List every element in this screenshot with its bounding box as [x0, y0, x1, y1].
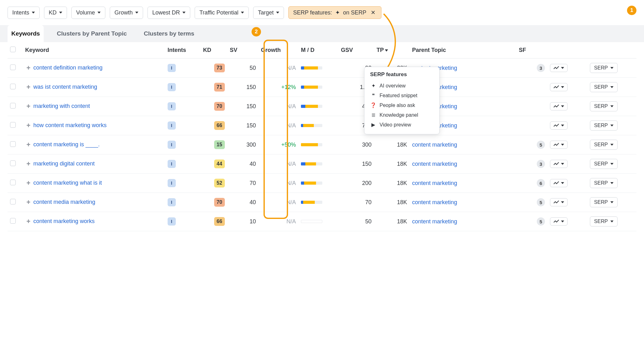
annotation-badge-1: 1 — [627, 6, 636, 15]
popover-item: ❓People also ask — [370, 100, 434, 110]
caret-down-icon — [561, 221, 564, 222]
tab-clusters-parent[interactable]: Clusters by Parent Topic — [53, 25, 130, 42]
sf-count[interactable]: 3 — [537, 160, 545, 168]
serp-button[interactable]: SERP — [590, 197, 618, 207]
expand-icon[interactable]: + — [25, 179, 32, 187]
intent-badge: I — [168, 217, 176, 226]
caret-down-icon — [276, 12, 279, 14]
caret-down-icon — [182, 12, 186, 14]
keyword-link[interactable]: how content marketing works — [33, 122, 107, 128]
row-checkbox[interactable] — [10, 180, 16, 185]
expand-icon[interactable]: + — [25, 102, 32, 110]
expand-icon[interactable]: + — [25, 141, 32, 149]
sf-count[interactable]: 5 — [537, 141, 545, 149]
trend-button[interactable] — [550, 102, 568, 110]
keyword-link[interactable]: content definition marketing — [33, 64, 103, 71]
trend-button[interactable] — [550, 198, 568, 206]
select-all-checkbox[interactable] — [10, 47, 16, 52]
expand-icon[interactable]: + — [25, 217, 32, 226]
caret-down-icon — [241, 12, 244, 14]
filter-volume[interactable]: Volume — [71, 7, 105, 19]
caret-down-icon — [561, 144, 564, 146]
row-checkbox[interactable] — [10, 160, 16, 166]
caret-down-icon — [610, 163, 613, 165]
trend-button[interactable] — [550, 83, 568, 91]
col-gsv[interactable]: GSV — [338, 42, 374, 59]
row-checkbox[interactable] — [10, 84, 16, 89]
keyword-link[interactable]: content marketing is ____. — [33, 141, 100, 148]
sv-value: 10 — [227, 212, 258, 231]
chip-close-icon[interactable]: ✕ — [369, 9, 377, 16]
filter-growth[interactable]: Growth — [110, 7, 143, 19]
tab-keywords[interactable]: Keywords — [8, 25, 44, 42]
sf-count[interactable]: 5 — [537, 198, 545, 206]
expand-icon[interactable]: + — [25, 198, 32, 206]
row-checkbox[interactable] — [10, 103, 16, 109]
parent-topic-link[interactable]: content marketing — [412, 218, 457, 225]
col-parent[interactable]: Parent Topic — [410, 42, 516, 59]
row-checkbox[interactable] — [10, 218, 16, 224]
sv-value: 70 — [227, 174, 258, 193]
filter-chip-serp-features[interactable]: SERP features: ✦ on SERP ✕ — [288, 6, 381, 19]
kd-badge: 66 — [214, 121, 225, 130]
keyword-link[interactable]: marketing with content — [33, 103, 90, 109]
table-row: + was ist content marketing I 71 150 +12… — [8, 78, 636, 97]
col-tp[interactable]: TP — [374, 42, 409, 59]
sf-count[interactable]: 3 — [537, 64, 545, 72]
col-intents[interactable]: Intents — [165, 42, 201, 59]
tab-clusters-terms[interactable]: Clusters by terms — [140, 25, 198, 42]
serp-button[interactable]: SERP — [590, 140, 618, 150]
trend-button[interactable] — [550, 121, 568, 130]
parent-topic-link[interactable]: content marketing — [412, 199, 457, 205]
serp-button[interactable]: SERP — [590, 159, 618, 169]
serp-button[interactable]: SERP — [590, 63, 618, 73]
serp-button[interactable]: SERP — [590, 178, 618, 188]
col-md[interactable]: M / D — [298, 42, 338, 59]
trend-icon — [553, 124, 559, 127]
row-checkbox[interactable] — [10, 141, 16, 147]
md-bar — [301, 105, 322, 108]
col-sv[interactable]: SV — [227, 42, 258, 59]
col-keyword[interactable]: Keyword — [23, 42, 165, 59]
keyword-link[interactable]: was ist content marketing — [33, 84, 97, 90]
col-growth[interactable]: Growth — [258, 42, 298, 59]
col-sf[interactable]: SF — [516, 42, 547, 59]
expand-icon[interactable]: + — [25, 121, 32, 130]
serp-button[interactable]: SERP — [590, 101, 618, 111]
col-kd[interactable]: KD — [201, 42, 227, 59]
keyword-link[interactable]: content marketing what is it — [33, 180, 102, 186]
expand-icon[interactable]: + — [25, 83, 32, 91]
sf-count[interactable]: 6 — [537, 179, 545, 187]
filter-lowest-dr[interactable]: Lowest DR — [147, 7, 190, 19]
annotation-badge-2: 2 — [252, 27, 261, 36]
filter-traffic-potential[interactable]: Traffic Potential — [195, 7, 249, 19]
expand-icon[interactable]: + — [25, 160, 32, 168]
caret-down-icon — [610, 125, 613, 126]
trend-button[interactable] — [550, 217, 568, 226]
filter-target[interactable]: Target — [253, 7, 284, 19]
filter-intents[interactable]: Intents — [8, 7, 40, 19]
expand-icon[interactable]: + — [25, 64, 32, 72]
serp-button[interactable]: SERP — [590, 120, 618, 131]
parent-topic-link[interactable]: content marketing — [412, 180, 457, 186]
intent-badge: I — [168, 83, 176, 91]
parent-topic-link[interactable]: content marketing — [412, 142, 457, 148]
keyword-link[interactable]: marketing digital content — [33, 160, 95, 167]
row-checkbox[interactable] — [10, 199, 16, 204]
row-checkbox[interactable] — [10, 122, 16, 128]
trend-icon — [553, 220, 559, 223]
trend-button[interactable] — [550, 141, 568, 149]
table-row: + content definition marketing I 73 50 N… — [8, 59, 636, 78]
parent-topic-link[interactable]: content marketing — [412, 161, 457, 167]
row-checkbox[interactable] — [10, 64, 16, 70]
serp-feature-label: People also ask — [380, 103, 415, 108]
serp-button[interactable]: SERP — [590, 216, 618, 226]
keyword-link[interactable]: content marketing works — [33, 218, 95, 224]
trend-button[interactable] — [550, 179, 568, 187]
keyword-link[interactable]: content media marketing — [33, 199, 95, 205]
filter-kd[interactable]: KD — [44, 7, 67, 19]
serp-button[interactable]: SERP — [590, 82, 618, 92]
sf-count[interactable]: 5 — [537, 217, 545, 226]
trend-button[interactable] — [550, 160, 568, 168]
trend-button[interactable] — [550, 64, 568, 72]
